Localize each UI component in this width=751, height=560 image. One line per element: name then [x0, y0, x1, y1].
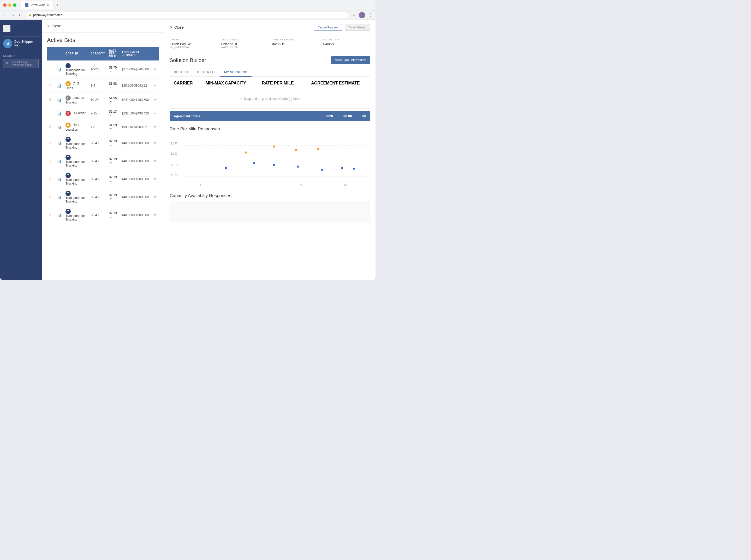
cancel-request-button[interactable]: Cancel Request [314, 24, 342, 31]
agreement-col-header: AGREEMENT ESTIMATE [119, 47, 151, 60]
bar-icon: 📊 [57, 111, 61, 116]
x-label-5: 5 [250, 184, 252, 187]
drag-handle[interactable]: ⠿ [49, 159, 52, 163]
scenario-capacity-header: MIN-MAX CAPACITY [197, 81, 255, 85]
bar-icon: 📊 [57, 67, 61, 72]
close-label: Close [52, 24, 61, 28]
capacity-value: 1-4 [91, 84, 95, 87]
tab-best-rate[interactable]: BEST RATE [193, 68, 220, 77]
search-icon: 🔍 [5, 62, 9, 65]
browser-tab[interactable]: PrizmWay ✕ [21, 1, 53, 9]
x-label-20: 20 [344, 184, 347, 187]
row-menu-button[interactable]: ▼ [153, 67, 157, 72]
tab-best-fit[interactable]: BEST FIT [170, 68, 193, 77]
rate-direction-icon: ▼ [110, 127, 112, 131]
rate-per-mile-chart: $2.25 $2.00 $1.50 $1.00 [170, 136, 370, 188]
minimize-window-button[interactable] [8, 3, 12, 7]
table-row: ⠿ 📊 S CTS Lines 1-4 $1.68 ▲ $26,208-$104… [47, 78, 159, 93]
blue-dot-4 [297, 165, 299, 168]
grid-line-3 [182, 166, 367, 166]
reload-button[interactable]: ↻ [18, 12, 23, 18]
tab-my-scenerio[interactable]: MY SCENERIO [220, 68, 252, 77]
active-bids-close-button[interactable]: ✕ Close [47, 24, 61, 28]
scenario-table-header: CARRIER MIN-MAX CAPACITY RATE PER MILE A… [170, 81, 370, 85]
drag-handle[interactable]: ⠿ [49, 112, 52, 115]
rate-direction-icon: ▲ [110, 86, 112, 89]
company-section: S Duo Shipper Inc. [3, 37, 39, 50]
solution-header: ✕ Close Cancel Request Award Freight [165, 20, 376, 35]
award-freight-button[interactable]: Award Freight [345, 24, 370, 31]
blue-dot-5 [321, 169, 323, 171]
tab-close-button[interactable]: ✕ [47, 4, 49, 6]
drop-zone-plus-icon: + [240, 97, 242, 101]
forward-button[interactable]: → [10, 12, 16, 18]
view-lane-button[interactable]: View Lane Information [331, 56, 370, 64]
new-tab-button[interactable]: + [54, 3, 60, 7]
maximize-window-button[interactable] [13, 3, 16, 7]
row-menu-button[interactable]: ▼ [153, 141, 157, 145]
browser-frame: PrizmWay ✕ + ← → ↻ 🔒 prizmway.com/match … [0, 0, 376, 280]
drag-handle[interactable]: ⠿ [49, 125, 52, 129]
destination-value: Chicago, IL [221, 42, 268, 46]
bookmark-button[interactable]: ☆ [351, 12, 357, 18]
row-menu-button[interactable]: ▼ [153, 159, 157, 163]
drag-handle[interactable]: ⠿ [49, 195, 52, 199]
row-menu-button[interactable]: ▼ [153, 98, 157, 102]
address-bar[interactable]: 🔒 prizmway.com/match [25, 12, 349, 18]
capacity-value: 7-15 [91, 112, 97, 115]
carrier-table-header: CARRIER CAPACITY RATE PER MILE AGREEMENT… [47, 47, 159, 60]
agreement-capacity-val: 0/20 [326, 114, 333, 118]
route-info: ORIGIN Green Bay, WI SF_GREEN BAY DESTIN… [165, 35, 376, 52]
row-menu-button[interactable]: ▼ [153, 177, 157, 181]
close-date-value: 04/05/19 [323, 42, 370, 46]
drag-handle[interactable]: ⠿ [49, 84, 52, 87]
profile-button[interactable] [359, 12, 365, 18]
row-menu-button[interactable]: ▼ [153, 83, 157, 87]
drag-handle[interactable]: ⠿ [49, 67, 52, 71]
drag-handle[interactable]: ⠿ [49, 213, 52, 217]
agreement-range: $400,000-$500,000 [121, 195, 149, 199]
browser-titlebar: PrizmWay ✕ + [0, 0, 376, 11]
carrier-logo: T [65, 63, 71, 68]
carrier-name: Q Carrier [73, 111, 85, 115]
carrier-name: Transportation Trucking [65, 178, 85, 185]
blue-dot-1 [225, 167, 227, 169]
carrier-logo: T [65, 155, 71, 160]
rate-value: $1.55 [109, 96, 117, 100]
row-menu-button[interactable]: ▼ [153, 195, 157, 199]
x-label-15: 15 [300, 184, 303, 187]
row-menu-button[interactable]: ▼ [153, 125, 157, 129]
scenario-table: CARRIER MIN-MAX CAPACITY RATE PER MILE A… [170, 81, 370, 85]
table-row: ⠿ 📊 T Transportation Trucking 20-40 $2.1… [47, 134, 159, 152]
carrier-table-wrapper: CARRIER CAPACITY RATE PER MILE AGREEMENT… [42, 47, 164, 224]
modals-container: ✕ Close Active Bids CARRIER [42, 20, 376, 280]
table-row: ⠿ 📊 Q Q Carrier 7-15 $2.13 ▲ $232,590-$4… [47, 107, 159, 120]
drag-handle[interactable]: ⠿ [49, 98, 52, 102]
menu-col-header [151, 47, 159, 60]
grid-line-2 [182, 156, 367, 156]
capacity-value: 4-8 [91, 125, 95, 129]
capacity-value: 20-40 [91, 195, 99, 199]
drag-handle[interactable]: ⠿ [49, 177, 52, 181]
origin-value: Green Bay, WI [170, 42, 217, 46]
rate-col-header: RATE PER MILE [107, 47, 119, 60]
capacity-value: 10-20 [91, 67, 99, 71]
carrier-logo: T [65, 173, 71, 178]
row-menu-button[interactable]: ▼ [153, 111, 157, 116]
capacity-availability-section: Capacity Availabilty Responses [170, 193, 370, 222]
close-window-button[interactable] [3, 3, 6, 7]
sidebar-search: SEARCH 🔍 Lane ID, Origin, Destination, O… [3, 55, 39, 68]
address-bar-row: ← → ↻ 🔒 prizmway.com/match ☆ ⋮ [0, 11, 376, 20]
back-button[interactable]: ← [2, 12, 8, 18]
blue-dot-6 [341, 167, 343, 169]
bar-icon: 📊 [57, 195, 61, 199]
capacity-title: Capacity Availabilty Responses [170, 193, 370, 198]
search-input-display[interactable]: 🔍 Lane ID, Origin, Destination, Organi..… [3, 59, 39, 68]
more-options-button[interactable]: ⋮ [367, 12, 373, 19]
solution-close-button[interactable]: ✕ Close [170, 25, 184, 29]
rate-direction-icon: ▲ [110, 216, 112, 218]
carrier-logo: T [65, 209, 71, 214]
row-menu-button[interactable]: ▼ [153, 213, 157, 217]
drop-zone[interactable]: + Drag and drop additional Carrier(s) he… [170, 88, 370, 109]
drag-handle[interactable]: ⠿ [49, 141, 52, 145]
